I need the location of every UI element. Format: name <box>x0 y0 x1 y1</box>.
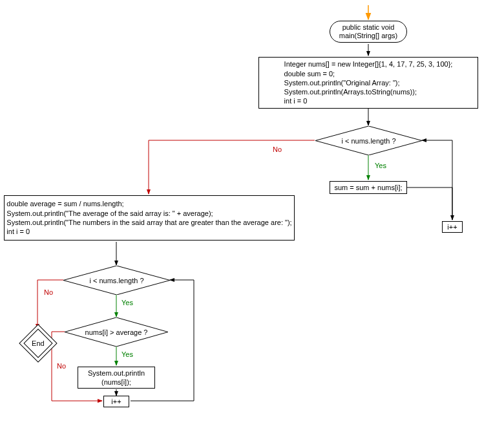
average-block: double average = sum / nums.length; Syst… <box>4 195 295 241</box>
condition-loop1: i < nums.length ? <box>315 126 422 155</box>
increment-1-text: i++ <box>447 222 457 231</box>
condition-loop1-text: i < nums.length ? <box>315 126 422 155</box>
sum-block: sum = sum + nums[i]; <box>330 181 407 194</box>
average-text: double average = sum / nums.length; Syst… <box>6 199 291 236</box>
condition-loop2-text: i < nums.length ? <box>63 266 170 295</box>
label-no-3: No <box>56 362 67 370</box>
increment-2: i++ <box>103 396 129 407</box>
print-block: System.out.println (nums[i]); <box>78 367 155 389</box>
start-node: public static void main(String[] args) <box>330 21 407 43</box>
end-label: End <box>32 339 45 347</box>
label-no-2: No <box>43 288 54 296</box>
increment-2-text: i++ <box>111 397 121 406</box>
label-yes-1: Yes <box>373 162 388 169</box>
condition-compare-text: nums[i] > average ? <box>65 317 168 347</box>
label-yes-2: Yes <box>120 299 134 306</box>
label-no-1: No <box>271 145 283 153</box>
increment-1: i++ <box>442 221 463 233</box>
print-text: System.out.println (nums[i]); <box>88 369 145 387</box>
label-yes-3: Yes <box>120 350 134 358</box>
init-block: Integer nums[] = new Integer[]{1, 4, 17,… <box>258 57 478 109</box>
sum-text: sum = sum + nums[i]; <box>334 183 402 192</box>
start-label: public static void main(String[] args) <box>339 23 397 40</box>
condition-loop2: i < nums.length ? <box>63 266 170 295</box>
condition-compare: nums[i] > average ? <box>65 317 168 347</box>
init-text: Integer nums[] = new Integer[]{1, 4, 17,… <box>284 59 453 105</box>
